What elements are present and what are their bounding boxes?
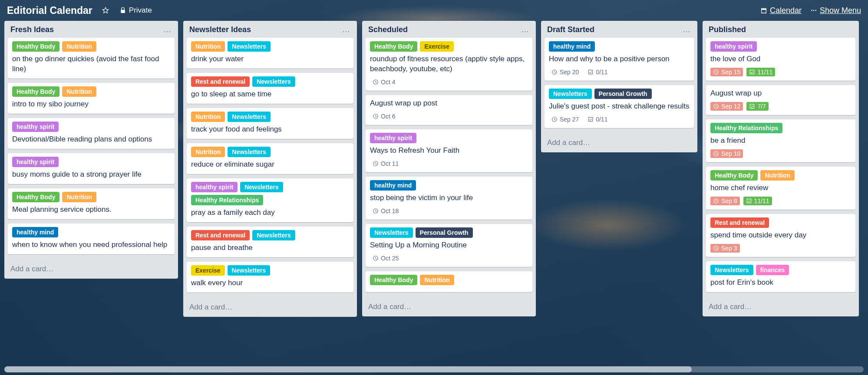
checklist-badge[interactable]: 11/11 — [746, 68, 775, 76]
card[interactable]: healthy spiritDevotional/Bible reading p… — [8, 118, 175, 149]
label[interactable]: healthy mind — [549, 41, 595, 52]
label[interactable]: Rest and renewal — [191, 230, 250, 240]
list-name[interactable]: Newsletter Ideas — [189, 25, 340, 34]
card[interactable]: healthy spiritbusy moms guide to a stron… — [8, 153, 175, 184]
card[interactable]: healthy mindHow and why to be a positive… — [545, 38, 694, 81]
label[interactable]: Rest and renewal — [191, 76, 250, 87]
label[interactable]: Newsletters — [252, 76, 295, 87]
label[interactable]: Newsletters — [240, 182, 283, 192]
label[interactable]: Newsletters — [228, 147, 271, 157]
label[interactable]: Healthy Relationships — [191, 195, 263, 205]
card[interactable]: healthy mindwhen to know when you need p… — [8, 224, 175, 254]
label[interactable]: Nutrition — [62, 41, 96, 52]
card[interactable]: Healthy BodyNutritionon the go dinner qu… — [8, 38, 175, 79]
label[interactable]: Healthy Body — [12, 41, 59, 52]
card[interactable]: NutritionNewslettersdrink your water — [187, 38, 353, 69]
label[interactable]: healthy spirit — [370, 133, 416, 143]
label[interactable]: finances — [756, 265, 789, 275]
label[interactable]: Healthy Body — [12, 192, 59, 202]
list-menu-button[interactable]: … — [340, 25, 352, 34]
due-badge[interactable]: Sep 15 — [710, 68, 743, 76]
due-badge[interactable]: Sep 12 — [710, 102, 743, 111]
board-canvas[interactable]: Fresh Ideas…Healthy BodyNutritionon the … — [0, 21, 868, 366]
label[interactable]: Nutrition — [420, 275, 454, 285]
due-badge[interactable]: Sep 27 — [549, 115, 581, 124]
label[interactable]: Newsletters — [710, 265, 753, 275]
label[interactable]: Healthy Body — [710, 170, 758, 181]
card[interactable]: August wrap upSep 127/7 — [706, 85, 855, 115]
label[interactable]: Exercise — [420, 41, 454, 52]
horizontal-scrollbar[interactable] — [4, 366, 864, 372]
card[interactable]: Healthy BodyNutritionMeal planning servi… — [8, 188, 175, 219]
card[interactable]: Healthy Relationshipsbe a friendSep 10 — [706, 119, 855, 162]
due-badge[interactable]: Sep 8 — [710, 197, 740, 205]
card[interactable]: Rest and renewalNewsletterspause and bre… — [187, 227, 353, 257]
privacy-button[interactable]: Private — [116, 4, 155, 16]
card[interactable]: healthy spiritthe love of GodSep 1511/11 — [706, 38, 855, 81]
label[interactable]: healthy mind — [12, 227, 58, 237]
due-badge[interactable]: Oct 6 — [370, 112, 398, 121]
card[interactable]: NewslettersPersonal GrowthJulie's guest … — [545, 85, 694, 128]
label[interactable]: Healthy Body — [12, 86, 59, 97]
checklist-badge[interactable]: 0/11 — [585, 115, 610, 124]
due-badge[interactable]: Oct 11 — [370, 159, 401, 168]
due-badge[interactable]: Oct 25 — [370, 254, 401, 263]
label[interactable]: healthy spirit — [12, 122, 59, 132]
card[interactable]: NutritionNewslettersreduce or eliminate … — [187, 143, 353, 174]
card[interactable]: NewslettersPersonal GrowthSetting Up a M… — [366, 224, 532, 267]
show-menu-link[interactable]: Show Menu — [810, 6, 861, 15]
checklist-badge[interactable]: 0/11 — [585, 68, 610, 76]
list-name[interactable]: Published — [709, 25, 854, 34]
due-badge[interactable]: Oct 18 — [370, 207, 401, 215]
label[interactable]: Newsletters — [252, 230, 295, 240]
horizontal-scroll-thumb[interactable] — [4, 366, 692, 372]
label[interactable]: healthy spirit — [12, 157, 59, 167]
due-badge[interactable]: Sep 10 — [710, 149, 743, 158]
add-card-button[interactable]: Add a card… — [183, 299, 357, 317]
label[interactable]: healthy spirit — [191, 182, 238, 192]
label[interactable]: Rest and renewal — [710, 217, 769, 228]
label[interactable]: Healthy Body — [370, 275, 417, 285]
due-badge[interactable]: Sep 20 — [549, 68, 581, 76]
add-card-button[interactable]: Add a card… — [541, 134, 697, 152]
card[interactable]: Rest and renewalspend time outside every… — [706, 214, 855, 257]
list-name[interactable]: Draft Started — [547, 25, 681, 34]
card[interactable]: healthy spiritNewslettersHealthy Relatio… — [187, 178, 353, 222]
list-menu-button[interactable]: … — [519, 25, 531, 34]
label[interactable]: Nutrition — [191, 112, 225, 122]
list-menu-button[interactable]: … — [681, 25, 692, 34]
label[interactable]: Nutrition — [191, 41, 225, 52]
label[interactable]: Newsletters — [370, 227, 413, 238]
card[interactable]: healthy spiritWays to Refresh Your Faith… — [366, 129, 532, 172]
card[interactable]: Healthy BodyNutritionhome chef reviewSep… — [706, 167, 855, 210]
card[interactable]: healthy mindstop being the victim in you… — [366, 177, 532, 220]
label[interactable]: Nutrition — [191, 147, 225, 157]
list-name[interactable]: Scheduled — [368, 25, 519, 34]
label[interactable]: Newsletters — [549, 89, 592, 99]
label[interactable]: healthy mind — [370, 180, 416, 191]
star-button[interactable] — [99, 5, 112, 16]
checklist-badge[interactable]: 11/11 — [743, 197, 772, 205]
card[interactable]: ExerciseNewsletterswalk every hour — [187, 262, 353, 293]
label[interactable]: Personal Growth — [594, 89, 652, 99]
card[interactable]: Healthy BodyExerciseroundup of fitness r… — [366, 38, 532, 91]
label[interactable]: Exercise — [191, 265, 225, 276]
card[interactable]: Newslettersfinancespost for Erin's book — [706, 261, 855, 292]
label[interactable]: Healthy Relationships — [710, 123, 782, 133]
calendar-link[interactable]: Calendar — [760, 6, 802, 15]
add-card-button[interactable]: Add a card… — [4, 260, 178, 279]
label[interactable]: Healthy Body — [370, 41, 417, 52]
label[interactable]: Nutrition — [62, 86, 96, 97]
card[interactable]: NutritionNewsletterstrack your food and … — [187, 108, 353, 139]
label[interactable]: healthy spirit — [710, 41, 757, 52]
list-name[interactable]: Fresh Ideas — [10, 25, 162, 34]
add-card-button[interactable]: Add a card… — [362, 298, 536, 316]
label[interactable]: Newsletters — [228, 41, 271, 52]
label[interactable]: Nutrition — [760, 170, 794, 181]
card[interactable]: August wrap up postOct 6 — [366, 95, 532, 125]
card[interactable]: Rest and renewalNewslettersgo to sleep a… — [187, 73, 353, 104]
card[interactable]: Healthy BodyNutrition — [366, 271, 532, 292]
label[interactable]: Personal Growth — [416, 227, 473, 238]
list-menu-button[interactable]: … — [162, 25, 173, 34]
due-badge[interactable]: Oct 4 — [370, 78, 398, 86]
